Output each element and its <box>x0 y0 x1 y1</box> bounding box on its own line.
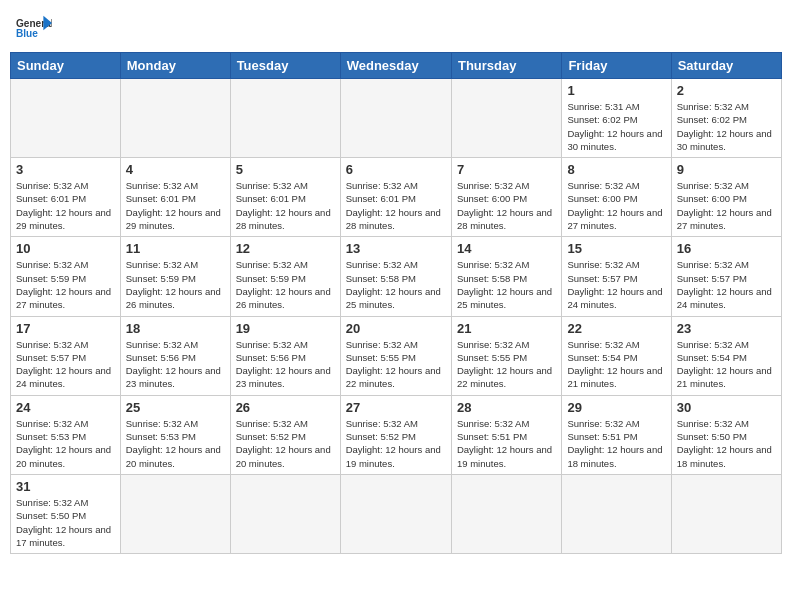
day-number: 24 <box>16 400 115 415</box>
logo: General Blue <box>16 14 52 42</box>
calendar-cell: 7Sunrise: 5:32 AM Sunset: 6:00 PM Daylig… <box>451 158 561 237</box>
day-info: Sunrise: 5:32 AM Sunset: 5:52 PM Dayligh… <box>346 417 446 470</box>
day-number: 17 <box>16 321 115 336</box>
calendar-cell: 30Sunrise: 5:32 AM Sunset: 5:50 PM Dayli… <box>671 395 781 474</box>
day-number: 22 <box>567 321 665 336</box>
svg-text:Blue: Blue <box>16 28 38 39</box>
day-info: Sunrise: 5:32 AM Sunset: 5:58 PM Dayligh… <box>346 258 446 311</box>
day-info: Sunrise: 5:32 AM Sunset: 6:00 PM Dayligh… <box>677 179 776 232</box>
calendar-cell: 11Sunrise: 5:32 AM Sunset: 5:59 PM Dayli… <box>120 237 230 316</box>
day-info: Sunrise: 5:32 AM Sunset: 5:53 PM Dayligh… <box>16 417 115 470</box>
day-info: Sunrise: 5:32 AM Sunset: 5:52 PM Dayligh… <box>236 417 335 470</box>
generalblue-logo-icon: General Blue <box>16 14 52 42</box>
day-number: 30 <box>677 400 776 415</box>
day-number: 8 <box>567 162 665 177</box>
day-number: 29 <box>567 400 665 415</box>
day-info: Sunrise: 5:32 AM Sunset: 5:57 PM Dayligh… <box>677 258 776 311</box>
calendar-week-row: 1Sunrise: 5:31 AM Sunset: 6:02 PM Daylig… <box>11 79 782 158</box>
day-number: 9 <box>677 162 776 177</box>
day-info: Sunrise: 5:32 AM Sunset: 5:50 PM Dayligh… <box>677 417 776 470</box>
calendar-cell <box>120 474 230 553</box>
calendar-cell <box>671 474 781 553</box>
day-number: 2 <box>677 83 776 98</box>
calendar-cell: 10Sunrise: 5:32 AM Sunset: 5:59 PM Dayli… <box>11 237 121 316</box>
day-info: Sunrise: 5:32 AM Sunset: 5:57 PM Dayligh… <box>16 338 115 391</box>
day-number: 21 <box>457 321 556 336</box>
calendar-cell <box>340 79 451 158</box>
calendar-header-sunday: Sunday <box>11 53 121 79</box>
day-number: 1 <box>567 83 665 98</box>
day-number: 6 <box>346 162 446 177</box>
day-number: 4 <box>126 162 225 177</box>
calendar-cell <box>230 474 340 553</box>
calendar-header-friday: Friday <box>562 53 671 79</box>
day-info: Sunrise: 5:32 AM Sunset: 5:59 PM Dayligh… <box>126 258 225 311</box>
calendar-cell: 3Sunrise: 5:32 AM Sunset: 6:01 PM Daylig… <box>11 158 121 237</box>
day-info: Sunrise: 5:32 AM Sunset: 6:01 PM Dayligh… <box>16 179 115 232</box>
day-number: 26 <box>236 400 335 415</box>
calendar-cell: 23Sunrise: 5:32 AM Sunset: 5:54 PM Dayli… <box>671 316 781 395</box>
calendar-cell <box>230 79 340 158</box>
calendar-header-thursday: Thursday <box>451 53 561 79</box>
calendar-cell: 21Sunrise: 5:32 AM Sunset: 5:55 PM Dayli… <box>451 316 561 395</box>
day-number: 18 <box>126 321 225 336</box>
day-number: 5 <box>236 162 335 177</box>
day-info: Sunrise: 5:32 AM Sunset: 5:57 PM Dayligh… <box>567 258 665 311</box>
calendar-cell: 18Sunrise: 5:32 AM Sunset: 5:56 PM Dayli… <box>120 316 230 395</box>
calendar-cell <box>562 474 671 553</box>
calendar-week-row: 31Sunrise: 5:32 AM Sunset: 5:50 PM Dayli… <box>11 474 782 553</box>
day-info: Sunrise: 5:32 AM Sunset: 6:01 PM Dayligh… <box>126 179 225 232</box>
calendar-cell: 1Sunrise: 5:31 AM Sunset: 6:02 PM Daylig… <box>562 79 671 158</box>
calendar-week-row: 17Sunrise: 5:32 AM Sunset: 5:57 PM Dayli… <box>11 316 782 395</box>
day-info: Sunrise: 5:32 AM Sunset: 5:55 PM Dayligh… <box>346 338 446 391</box>
day-info: Sunrise: 5:32 AM Sunset: 5:56 PM Dayligh… <box>236 338 335 391</box>
day-number: 27 <box>346 400 446 415</box>
calendar-header-row: SundayMondayTuesdayWednesdayThursdayFrid… <box>11 53 782 79</box>
calendar-header-tuesday: Tuesday <box>230 53 340 79</box>
day-info: Sunrise: 5:32 AM Sunset: 5:53 PM Dayligh… <box>126 417 225 470</box>
day-info: Sunrise: 5:31 AM Sunset: 6:02 PM Dayligh… <box>567 100 665 153</box>
day-info: Sunrise: 5:32 AM Sunset: 5:51 PM Dayligh… <box>457 417 556 470</box>
calendar-cell <box>451 474 561 553</box>
day-info: Sunrise: 5:32 AM Sunset: 5:54 PM Dayligh… <box>677 338 776 391</box>
calendar-table: SundayMondayTuesdayWednesdayThursdayFrid… <box>10 52 782 554</box>
calendar-cell <box>120 79 230 158</box>
day-info: Sunrise: 5:32 AM Sunset: 6:00 PM Dayligh… <box>567 179 665 232</box>
calendar-cell <box>451 79 561 158</box>
calendar-header-wednesday: Wednesday <box>340 53 451 79</box>
day-number: 31 <box>16 479 115 494</box>
day-number: 11 <box>126 241 225 256</box>
calendar-week-row: 3Sunrise: 5:32 AM Sunset: 6:01 PM Daylig… <box>11 158 782 237</box>
calendar-cell: 28Sunrise: 5:32 AM Sunset: 5:51 PM Dayli… <box>451 395 561 474</box>
day-info: Sunrise: 5:32 AM Sunset: 5:55 PM Dayligh… <box>457 338 556 391</box>
calendar-cell: 17Sunrise: 5:32 AM Sunset: 5:57 PM Dayli… <box>11 316 121 395</box>
calendar-cell: 19Sunrise: 5:32 AM Sunset: 5:56 PM Dayli… <box>230 316 340 395</box>
day-number: 10 <box>16 241 115 256</box>
calendar-week-row: 24Sunrise: 5:32 AM Sunset: 5:53 PM Dayli… <box>11 395 782 474</box>
calendar-cell: 5Sunrise: 5:32 AM Sunset: 6:01 PM Daylig… <box>230 158 340 237</box>
calendar-week-row: 10Sunrise: 5:32 AM Sunset: 5:59 PM Dayli… <box>11 237 782 316</box>
day-info: Sunrise: 5:32 AM Sunset: 5:59 PM Dayligh… <box>16 258 115 311</box>
day-number: 13 <box>346 241 446 256</box>
day-info: Sunrise: 5:32 AM Sunset: 6:02 PM Dayligh… <box>677 100 776 153</box>
calendar-cell: 2Sunrise: 5:32 AM Sunset: 6:02 PM Daylig… <box>671 79 781 158</box>
day-info: Sunrise: 5:32 AM Sunset: 6:01 PM Dayligh… <box>346 179 446 232</box>
day-number: 16 <box>677 241 776 256</box>
calendar-cell: 29Sunrise: 5:32 AM Sunset: 5:51 PM Dayli… <box>562 395 671 474</box>
calendar-cell: 31Sunrise: 5:32 AM Sunset: 5:50 PM Dayli… <box>11 474 121 553</box>
calendar-cell: 25Sunrise: 5:32 AM Sunset: 5:53 PM Dayli… <box>120 395 230 474</box>
calendar-cell: 6Sunrise: 5:32 AM Sunset: 6:01 PM Daylig… <box>340 158 451 237</box>
day-info: Sunrise: 5:32 AM Sunset: 6:01 PM Dayligh… <box>236 179 335 232</box>
day-number: 14 <box>457 241 556 256</box>
calendar-cell: 26Sunrise: 5:32 AM Sunset: 5:52 PM Dayli… <box>230 395 340 474</box>
day-number: 12 <box>236 241 335 256</box>
calendar-cell: 15Sunrise: 5:32 AM Sunset: 5:57 PM Dayli… <box>562 237 671 316</box>
day-info: Sunrise: 5:32 AM Sunset: 5:56 PM Dayligh… <box>126 338 225 391</box>
calendar-header-monday: Monday <box>120 53 230 79</box>
calendar-cell: 12Sunrise: 5:32 AM Sunset: 5:59 PM Dayli… <box>230 237 340 316</box>
calendar-cell: 8Sunrise: 5:32 AM Sunset: 6:00 PM Daylig… <box>562 158 671 237</box>
day-number: 15 <box>567 241 665 256</box>
calendar-cell <box>340 474 451 553</box>
calendar-cell: 14Sunrise: 5:32 AM Sunset: 5:58 PM Dayli… <box>451 237 561 316</box>
day-info: Sunrise: 5:32 AM Sunset: 6:00 PM Dayligh… <box>457 179 556 232</box>
